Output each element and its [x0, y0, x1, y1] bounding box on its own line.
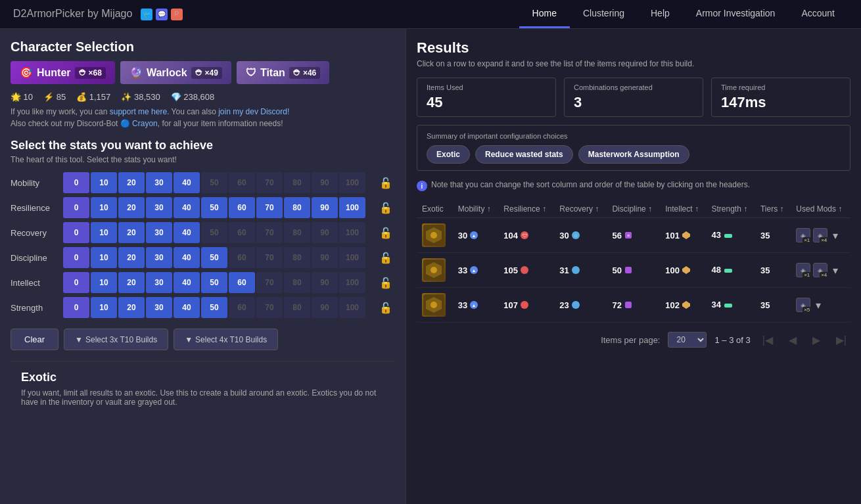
intellect-btn-10[interactable]: 10	[91, 272, 117, 293]
recovery-lock[interactable]: 🔓	[377, 223, 395, 242]
row1-expand-button[interactable]: ▾	[830, 229, 841, 242]
intellect-btn-80[interactable]: 80	[284, 272, 310, 293]
nav-home[interactable]: Home	[519, 0, 570, 28]
discipline-lock[interactable]: 🔓	[377, 248, 395, 267]
nav-help[interactable]: Help	[638, 0, 683, 28]
resilience-btn-60[interactable]: 60	[229, 197, 255, 218]
intellect-btn-50[interactable]: 50	[201, 272, 227, 293]
resilience-btn-80[interactable]: 80	[284, 197, 310, 218]
last-page-button[interactable]: ▶|	[832, 332, 850, 348]
intellect-btn-60[interactable]: 60	[229, 272, 255, 293]
strength-btn-0[interactable]: 0	[63, 297, 89, 318]
discipline-btn-80[interactable]: 80	[284, 247, 310, 268]
intellect-btn-30[interactable]: 30	[146, 272, 172, 293]
select-4x-button[interactable]: ▼ Select 4x T10 Builds	[174, 329, 278, 350]
select-3x-button[interactable]: ▼ Select 3x T10 Builds	[64, 329, 168, 350]
col-strength[interactable]: Strength	[706, 200, 755, 218]
col-mobility[interactable]: Mobility	[453, 200, 499, 218]
first-page-button[interactable]: |◀	[758, 332, 777, 348]
intellect-lock[interactable]: 🔓	[377, 273, 395, 292]
recovery-btn-20[interactable]: 20	[118, 222, 145, 243]
mobility-btn-0[interactable]: 0	[63, 172, 89, 193]
strength-lock[interactable]: 🔓	[377, 298, 395, 317]
recovery-btn-100[interactable]: 100	[339, 222, 365, 243]
discipline-btn-60[interactable]: 60	[229, 247, 255, 268]
discipline-btn-100[interactable]: 100	[339, 247, 365, 268]
titan-button[interactable]: 🛡 Titan ⛑ ×46	[237, 61, 329, 84]
resilience-btn-90[interactable]: 90	[312, 197, 338, 218]
strength-btn-70[interactable]: 70	[256, 297, 283, 318]
nav-clustering[interactable]: Clustering	[570, 0, 638, 28]
mobility-btn-40[interactable]: 40	[174, 172, 200, 193]
discipline-btn-20[interactable]: 20	[118, 247, 145, 268]
mobility-btn-10[interactable]: 10	[91, 172, 117, 193]
strength-btn-60[interactable]: 60	[229, 297, 255, 318]
mobility-lock[interactable]: 🔓	[377, 173, 395, 192]
discipline-btn-40[interactable]: 40	[174, 247, 200, 268]
recovery-btn-80[interactable]: 80	[284, 222, 310, 243]
strength-btn-40[interactable]: 40	[174, 297, 200, 318]
resilience-btn-0[interactable]: 0	[63, 197, 89, 218]
mobility-btn-60[interactable]: 60	[229, 172, 255, 193]
intellect-btn-0[interactable]: 0	[63, 272, 89, 293]
discipline-btn-90[interactable]: 90	[312, 247, 338, 268]
nav-armor-investigation[interactable]: Armor Investigation	[683, 0, 789, 28]
intellect-btn-90[interactable]: 90	[312, 272, 338, 293]
col-used-mods[interactable]: Used Mods ↑	[791, 200, 850, 218]
mobility-btn-70[interactable]: 70	[256, 172, 283, 193]
col-recovery[interactable]: Recovery	[554, 200, 607, 218]
mobility-btn-30[interactable]: 30	[146, 172, 172, 193]
strength-btn-90[interactable]: 90	[312, 297, 338, 318]
col-tiers[interactable]: Tiers	[755, 200, 791, 218]
resilience-btn-100[interactable]: 100	[339, 197, 365, 218]
col-discipline[interactable]: Discipline	[607, 200, 660, 218]
resilience-btn-70[interactable]: 70	[256, 197, 283, 218]
recovery-btn-60[interactable]: 60	[229, 222, 255, 243]
resilience-btn-50[interactable]: 50	[201, 197, 227, 218]
clear-button[interactable]: Clear	[11, 329, 58, 350]
mobility-btn-50[interactable]: 50	[201, 172, 227, 193]
mobility-btn-20[interactable]: 20	[118, 172, 145, 193]
resilience-lock[interactable]: 🔓	[377, 198, 395, 217]
discipline-btn-0[interactable]: 0	[63, 247, 89, 268]
discipline-btn-70[interactable]: 70	[256, 247, 283, 268]
strength-btn-100[interactable]: 100	[339, 297, 365, 318]
strength-btn-20[interactable]: 20	[118, 297, 145, 318]
recovery-btn-50[interactable]: 50	[201, 222, 227, 243]
resilience-btn-20[interactable]: 20	[118, 197, 145, 218]
hunter-button[interactable]: 🎯 Hunter ⛑ ×68	[11, 61, 115, 84]
intellect-btn-20[interactable]: 20	[118, 272, 145, 293]
patreon-icon[interactable]: P	[171, 9, 183, 20]
table-row[interactable]: 30 ▲ 104 🛡 30 ○	[417, 218, 850, 253]
discipline-btn-50[interactable]: 50	[201, 247, 227, 268]
strength-btn-80[interactable]: 80	[284, 297, 310, 318]
row3-expand-button[interactable]: ▾	[813, 299, 824, 311]
col-intellect[interactable]: Intellect	[660, 200, 706, 218]
strength-btn-50[interactable]: 50	[201, 297, 227, 318]
resilience-btn-40[interactable]: 40	[174, 197, 200, 218]
recovery-btn-90[interactable]: 90	[312, 222, 338, 243]
intellect-btn-70[interactable]: 70	[256, 272, 283, 293]
resilience-btn-30[interactable]: 30	[146, 197, 172, 218]
support-link[interactable]: support me here	[110, 107, 167, 116]
discord-link[interactable]: join my dev Discord!	[218, 107, 289, 116]
table-row[interactable]: 33 ▲ 105 31	[417, 253, 850, 288]
strength-btn-30[interactable]: 30	[146, 297, 172, 318]
intellect-btn-40[interactable]: 40	[174, 272, 200, 293]
table-row[interactable]: 33 ▲ 107 23	[417, 288, 850, 323]
mobility-btn-100[interactable]: 100	[339, 172, 365, 193]
twitter-icon[interactable]: 🐦	[141, 9, 152, 20]
prev-page-button[interactable]: ◀	[785, 332, 801, 348]
discipline-btn-10[interactable]: 10	[91, 247, 117, 268]
recovery-btn-30[interactable]: 30	[146, 222, 172, 243]
intellect-btn-100[interactable]: 100	[339, 272, 365, 293]
warlock-button[interactable]: 🔮 Warlock ⛑ ×49	[120, 61, 231, 84]
mobility-btn-90[interactable]: 90	[312, 172, 338, 193]
discipline-btn-30[interactable]: 30	[146, 247, 172, 268]
next-page-button[interactable]: ▶	[808, 332, 824, 348]
recovery-btn-40[interactable]: 40	[174, 222, 200, 243]
crayon-link[interactable]: Crayon	[132, 119, 158, 128]
recovery-btn-70[interactable]: 70	[256, 222, 283, 243]
recovery-btn-0[interactable]: 0	[63, 222, 89, 243]
mobility-btn-80[interactable]: 80	[284, 172, 310, 193]
